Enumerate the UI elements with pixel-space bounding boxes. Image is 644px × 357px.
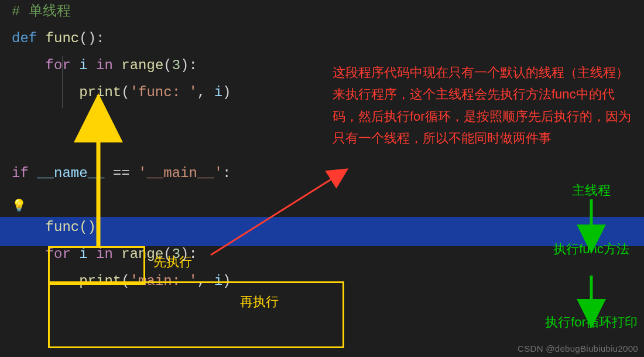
arrow-green-1	[0, 0, 644, 357]
